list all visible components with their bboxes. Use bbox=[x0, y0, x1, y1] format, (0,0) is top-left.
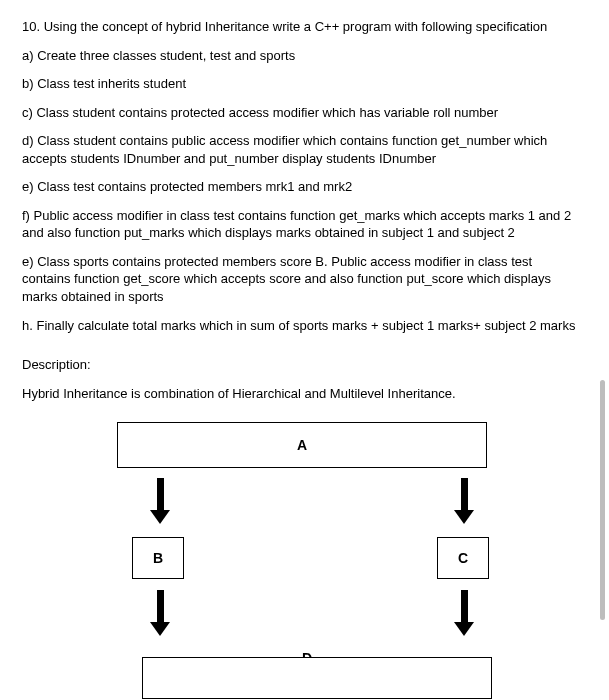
diagram-box-c: C bbox=[437, 537, 489, 579]
spec-e: e) Class test contains protected members… bbox=[22, 178, 583, 196]
arrow-a-to-b bbox=[150, 478, 170, 524]
spec-e2: e) Class sports contains protected membe… bbox=[22, 253, 583, 306]
spec-h: h. Finally calculate total marks which i… bbox=[22, 317, 583, 335]
arrow-c-to-d bbox=[454, 590, 474, 636]
arrow-shaft bbox=[157, 478, 164, 510]
description-text: Hybrid Inheritance is combination of Hie… bbox=[22, 385, 583, 403]
question-title: 10. Using the concept of hybrid Inherita… bbox=[22, 18, 583, 36]
arrow-head-icon bbox=[454, 622, 474, 636]
spec-f: f) Public access modifier in class test … bbox=[22, 207, 583, 242]
arrow-head-icon bbox=[150, 510, 170, 524]
arrow-shaft bbox=[157, 590, 164, 622]
spec-a: a) Create three classes student, test an… bbox=[22, 47, 583, 65]
description-label: Description: bbox=[22, 356, 583, 374]
diagram-box-b: B bbox=[132, 537, 184, 579]
scrollbar[interactable] bbox=[600, 380, 605, 620]
spec-b: b) Class test inherits student bbox=[22, 75, 583, 93]
arrow-a-to-c bbox=[454, 478, 474, 524]
arrow-shaft bbox=[461, 478, 468, 510]
diagram-box-a: A bbox=[117, 422, 487, 468]
arrow-shaft bbox=[461, 590, 468, 622]
arrow-head-icon bbox=[454, 510, 474, 524]
diagram-box-d bbox=[142, 657, 492, 699]
spec-c: c) Class student contains protected acce… bbox=[22, 104, 583, 122]
arrow-b-to-d bbox=[150, 590, 170, 636]
arrow-head-icon bbox=[150, 622, 170, 636]
inheritance-diagram: A B C D bbox=[32, 422, 572, 700]
spec-d: d) Class student contains public access … bbox=[22, 132, 583, 167]
